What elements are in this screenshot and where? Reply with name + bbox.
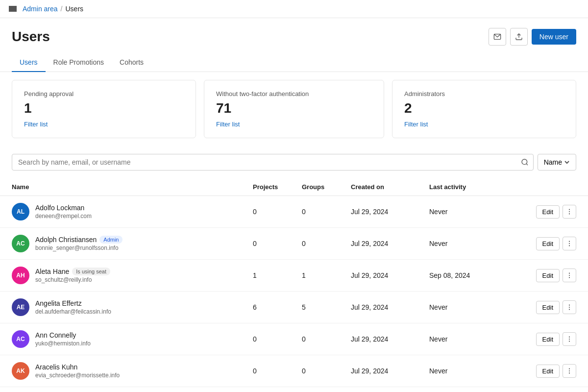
more-button[interactable] xyxy=(563,300,576,314)
svg-point-21 xyxy=(569,341,570,342)
avatar: AK xyxy=(12,362,29,380)
svg-point-18 xyxy=(569,309,570,310)
avatar: AL xyxy=(12,203,29,220)
edit-button[interactable]: Edit xyxy=(536,301,560,314)
user-name-wrap: Adolfo Lockman deneen@rempel.com xyxy=(35,204,92,220)
user-name: Adolfo Lockman xyxy=(35,204,92,212)
sort-button[interactable]: Name xyxy=(538,154,576,171)
stat-no2fa-filter[interactable]: Filter list xyxy=(216,121,240,128)
user-actions: Edit xyxy=(517,364,576,378)
edit-button[interactable]: Edit xyxy=(536,269,560,282)
svg-point-16 xyxy=(569,305,570,306)
user-info: AC Ann Connelly yuko@hermiston.info xyxy=(12,330,253,348)
table-row: AH Aleta Hane Is using seat so_schultz@r… xyxy=(0,260,588,292)
user-name: Ann Connelly xyxy=(35,331,91,339)
user-projects: 1 xyxy=(253,271,302,279)
user-name: Aracelis Kuhn xyxy=(35,363,120,371)
svg-rect-0 xyxy=(9,6,16,7)
user-created: Jul 29, 2024 xyxy=(351,367,429,375)
user-groups: 1 xyxy=(302,271,351,279)
header-actions: New user xyxy=(489,28,576,46)
col-groups: Groups xyxy=(302,183,351,191)
svg-line-6 xyxy=(526,164,528,165)
svg-point-10 xyxy=(569,241,570,242)
svg-point-24 xyxy=(569,372,570,373)
edit-button[interactable]: Edit xyxy=(536,237,560,250)
tab-users[interactable]: Users xyxy=(12,53,46,72)
user-projects: 0 xyxy=(253,367,302,375)
user-email: del.aufderhar@feilcassin.info xyxy=(35,308,111,315)
user-info: AH Aleta Hane Is using seat so_schultz@r… xyxy=(12,267,253,284)
user-name-wrap: Ann Connelly yuko@hermiston.info xyxy=(35,331,91,347)
stats-section: Pending approval 1 Filter list Without t… xyxy=(0,72,588,146)
edit-button[interactable]: Edit xyxy=(536,333,560,346)
user-projects: 0 xyxy=(253,208,302,216)
user-email: deneen@rempel.com xyxy=(35,213,92,220)
user-groups: 5 xyxy=(302,303,351,311)
user-groups: 0 xyxy=(302,240,351,247)
user-name-wrap: Angelita Effertz del.aufderhar@feilcassi… xyxy=(35,299,111,315)
svg-point-23 xyxy=(569,370,570,371)
page-header: Users New user xyxy=(0,18,588,53)
user-name: Aleta Hane Is using seat xyxy=(35,268,110,275)
export-button[interactable] xyxy=(510,28,528,46)
svg-point-5 xyxy=(522,159,527,165)
svg-point-12 xyxy=(569,245,570,246)
svg-point-20 xyxy=(569,339,570,340)
user-email: evia_schroeder@morissette.info xyxy=(35,372,120,379)
more-button[interactable] xyxy=(563,205,576,219)
avatar: AE xyxy=(12,298,29,316)
user-name-wrap: Aracelis Kuhn evia_schroeder@morissette.… xyxy=(35,363,120,379)
user-email: yuko@hermiston.info xyxy=(35,340,91,347)
sidebar-toggle-icon[interactable] xyxy=(8,4,18,14)
user-projects: 0 xyxy=(253,240,302,247)
svg-point-19 xyxy=(569,337,570,338)
more-button[interactable] xyxy=(563,269,576,282)
svg-point-22 xyxy=(569,368,570,369)
user-email: bonnie_senger@runolfsson.info xyxy=(35,245,122,251)
user-actions: Edit xyxy=(517,300,576,314)
user-created: Jul 29, 2024 xyxy=(351,271,429,279)
user-projects: 6 xyxy=(253,303,302,311)
tab-cohorts[interactable]: Cohorts xyxy=(112,53,151,72)
svg-point-15 xyxy=(569,277,570,278)
search-input[interactable] xyxy=(12,154,534,171)
user-activity: Never xyxy=(429,367,517,375)
table-row: AE Angelita Effertz del.aufderhar@feilca… xyxy=(0,292,588,323)
search-button[interactable] xyxy=(520,157,530,167)
user-activity: Never xyxy=(429,240,517,247)
svg-point-7 xyxy=(569,209,570,210)
more-button[interactable] xyxy=(563,332,576,346)
page-title: Users xyxy=(12,29,50,45)
topbar: Admin area / Users xyxy=(0,0,588,18)
table-row: AL Adolfo Lockman deneen@rempel.com 0 0 … xyxy=(0,196,588,228)
tabs-container: Users Role Promotions Cohorts xyxy=(0,53,588,72)
new-user-button[interactable]: New user xyxy=(532,29,576,45)
edit-button[interactable]: Edit xyxy=(536,365,560,378)
svg-point-9 xyxy=(569,213,570,214)
user-info: AE Angelita Effertz del.aufderhar@feilca… xyxy=(12,298,253,316)
table-body: AL Adolfo Lockman deneen@rempel.com 0 0 … xyxy=(0,196,588,387)
user-info: AL Adolfo Lockman deneen@rempel.com xyxy=(12,203,253,220)
user-actions: Edit xyxy=(517,205,576,219)
user-groups: 0 xyxy=(302,367,351,375)
search-wrapper xyxy=(12,154,534,171)
col-activity: Last activity xyxy=(429,183,517,191)
stat-pending-filter[interactable]: Filter list xyxy=(24,121,48,128)
user-activity: Sep 08, 2024 xyxy=(429,271,517,279)
more-button[interactable] xyxy=(563,364,576,378)
user-actions: Edit xyxy=(517,237,576,250)
tab-role-promotions[interactable]: Role Promotions xyxy=(46,53,112,72)
user-name-wrap: Adolph Christiansen Admin bonnie_senger@… xyxy=(35,236,122,251)
svg-point-11 xyxy=(569,243,570,244)
user-projects: 0 xyxy=(253,335,302,343)
stat-admins-filter[interactable]: Filter list xyxy=(404,121,428,128)
email-button[interactable] xyxy=(489,28,506,46)
user-badge: Admin xyxy=(99,236,122,244)
edit-button[interactable]: Edit xyxy=(536,205,560,219)
more-button[interactable] xyxy=(563,237,576,250)
stat-pending-approval: Pending approval 1 Filter list xyxy=(12,80,196,138)
breadcrumb-parent[interactable]: Admin area xyxy=(23,5,58,13)
table-header: Name Projects Groups Created on Last act… xyxy=(0,178,588,196)
sort-label: Name xyxy=(544,158,562,166)
